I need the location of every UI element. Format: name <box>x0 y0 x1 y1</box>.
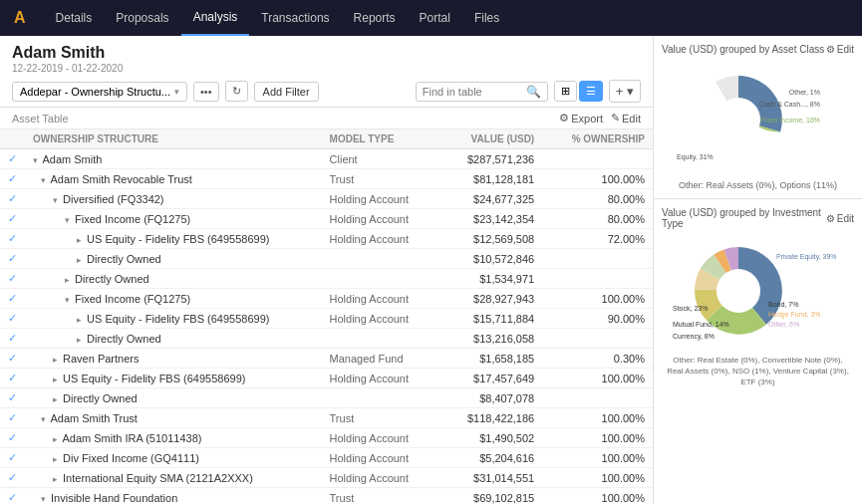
gear-icon: ⚙ <box>559 112 569 125</box>
row-check[interactable]: ✓ <box>0 468 25 488</box>
table-row: ✓ ▾ Adam Smith Trust Trust $118,422,186 … <box>0 408 653 428</box>
row-check[interactable]: ✓ <box>0 369 25 388</box>
row-check[interactable]: ✓ <box>0 329 25 349</box>
refresh-button[interactable]: ↻ <box>225 81 248 102</box>
chart-investment-type: Value (USD) grouped by Investment Type ⚙… <box>654 199 862 504</box>
row-name[interactable]: ▸ Directly Owned <box>25 329 322 349</box>
svg-text:Private Equity, 39%: Private Equity, 39% <box>776 253 837 261</box>
add-filter-button[interactable]: Add Filter <box>254 82 319 102</box>
row-name[interactable]: ▸ Directly Owned <box>25 269 322 289</box>
expand-arrow[interactable]: ▸ <box>53 375 58 384</box>
nav-item-transactions[interactable]: Transactions <box>249 0 341 36</box>
nav-item-analysis[interactable]: Analysis <box>181 0 250 36</box>
row-check[interactable]: ✓ <box>0 349 25 369</box>
row-name[interactable]: ▾ Adam Smith Trust <box>25 408 322 428</box>
row-name[interactable]: ▸ Adam Smith IRA (51011438) <box>25 428 322 448</box>
row-value: $287,571,236 <box>439 149 542 169</box>
nav-item-proposals[interactable]: Proposals <box>104 0 180 36</box>
row-check[interactable]: ✓ <box>0 309 25 329</box>
row-name[interactable]: ▾ Adam Smith Revocable Trust <box>25 169 322 189</box>
chart1-edit-button[interactable]: ⚙ Edit <box>826 44 854 55</box>
row-name[interactable]: ▸ Directly Owned <box>25 249 322 269</box>
row-name[interactable]: ▸ Directly Owned <box>25 388 322 408</box>
expand-arrow[interactable]: ▾ <box>33 155 38 165</box>
row-model-type: Managed Fund <box>322 349 439 369</box>
expand-arrow[interactable]: ▸ <box>53 394 58 404</box>
row-check[interactable]: ✓ <box>0 229 25 249</box>
expand-arrow[interactable]: ▾ <box>65 215 70 225</box>
expand-arrow[interactable]: ▾ <box>41 414 46 424</box>
row-value: $23,142,354 <box>439 209 542 229</box>
toolbar: Addepar - Ownership Structu... ▾ ••• ↻ A… <box>12 80 641 103</box>
row-check[interactable]: ✓ <box>0 388 25 408</box>
row-name[interactable]: ▸ Div Fixed Income (GQ4111) <box>25 448 322 468</box>
row-model-type <box>322 329 439 349</box>
row-value: $1,534,971 <box>439 269 542 289</box>
view-icon-1[interactable]: ⊞ <box>554 81 577 102</box>
row-check[interactable]: ✓ <box>0 249 25 269</box>
expand-arrow[interactable]: ▾ <box>41 175 46 185</box>
expand-arrow[interactable]: ▸ <box>53 355 58 365</box>
expand-arrow[interactable]: ▾ <box>53 195 58 205</box>
row-name[interactable]: ▸ Raven Partners <box>25 349 322 369</box>
row-check[interactable]: ✓ <box>0 269 25 289</box>
row-name[interactable]: ▾ Fixed Income (FQ1275) <box>25 209 322 229</box>
row-check[interactable]: ✓ <box>0 189 25 209</box>
asset-table-wrapper[interactable]: OWNERSHIP STRUCTURE MODEL TYPE VALUE (US… <box>0 129 653 504</box>
row-name[interactable]: ▸ US Equity - Fidelity FBS (649558699) <box>25 369 322 388</box>
row-name[interactable]: ▾ Adam Smith <box>25 149 322 169</box>
row-name[interactable]: ▾ Diversified (FQ3342) <box>25 189 322 209</box>
edit-button[interactable]: ✎ Edit <box>611 112 641 125</box>
expand-arrow[interactable]: ▸ <box>77 315 82 325</box>
left-panel: Adam Smith 12-22-2019 - 01-22-2020 Addep… <box>0 36 653 504</box>
more-options-button[interactable]: ••• <box>193 82 219 102</box>
expand-arrow[interactable]: ▾ <box>65 295 70 305</box>
chevron-down-icon: ▾ <box>174 87 179 97</box>
row-check[interactable]: ✓ <box>0 289 25 309</box>
chart2-edit-button[interactable]: ⚙ Edit <box>826 213 854 224</box>
col-model-type: MODEL TYPE <box>322 129 439 149</box>
nav-item-files[interactable]: Files <box>462 0 511 36</box>
row-check[interactable]: ✓ <box>0 169 25 189</box>
nav-item-details[interactable]: Details <box>44 0 105 36</box>
export-button[interactable]: ⚙ Export <box>559 112 603 125</box>
row-model-type: Holding Account <box>322 369 439 388</box>
expand-arrow[interactable]: ▸ <box>77 235 82 245</box>
search-input[interactable] <box>423 86 522 98</box>
svg-text:Alternative, 45%: Alternative, 45% <box>673 97 723 104</box>
expand-arrow[interactable]: ▸ <box>77 255 82 265</box>
row-name[interactable]: ▸ International Equity SMA (2121A2XXX) <box>25 468 322 488</box>
expand-arrow[interactable]: ▸ <box>53 454 58 464</box>
nav-item-reports[interactable]: Reports <box>342 0 408 36</box>
gear-icon: ⚙ <box>826 44 835 55</box>
row-pct: 80.00% <box>542 189 653 209</box>
expand-arrow[interactable]: ▸ <box>53 474 58 484</box>
add-button[interactable]: + ▾ <box>609 80 641 103</box>
col-value: VALUE (USD) <box>439 129 542 149</box>
row-value: $15,711,884 <box>439 309 542 329</box>
row-name[interactable]: ▾ Invisible Hand Foundation <box>25 488 322 505</box>
row-value: $1,658,185 <box>439 349 542 369</box>
row-name[interactable]: ▾ Fixed Income (FQ1275) <box>25 289 322 309</box>
row-pct: 100.00% <box>542 428 653 448</box>
row-name[interactable]: ▸ US Equity - Fidelity FBS (649558699) <box>25 309 322 329</box>
row-check[interactable]: ✓ <box>0 408 25 428</box>
row-check[interactable]: ✓ <box>0 149 25 169</box>
table-row: ✓ ▾ Fixed Income (FQ1275) Holding Accoun… <box>0 289 653 309</box>
row-value: $8,407,078 <box>439 388 542 408</box>
svg-point-6 <box>717 269 760 313</box>
nav-item-portal[interactable]: Portal <box>408 0 462 36</box>
row-check[interactable]: ✓ <box>0 209 25 229</box>
expand-arrow[interactable]: ▸ <box>53 434 58 444</box>
row-model-type: Trust <box>322 488 439 505</box>
view-icon-2[interactable]: ☰ <box>579 81 603 102</box>
row-check[interactable]: ✓ <box>0 448 25 468</box>
expand-arrow[interactable]: ▸ <box>65 275 70 285</box>
expand-arrow[interactable]: ▸ <box>77 335 82 345</box>
row-check[interactable]: ✓ <box>0 488 25 505</box>
row-name[interactable]: ▸ US Equity - Fidelity FBS (649558699) <box>25 229 322 249</box>
table-row: ✓ ▸ Div Fixed Income (GQ4111) Holding Ac… <box>0 448 653 468</box>
expand-arrow[interactable]: ▾ <box>41 494 46 504</box>
row-check[interactable]: ✓ <box>0 428 25 448</box>
portfolio-selector[interactable]: Addepar - Ownership Structu... ▾ <box>12 82 187 102</box>
